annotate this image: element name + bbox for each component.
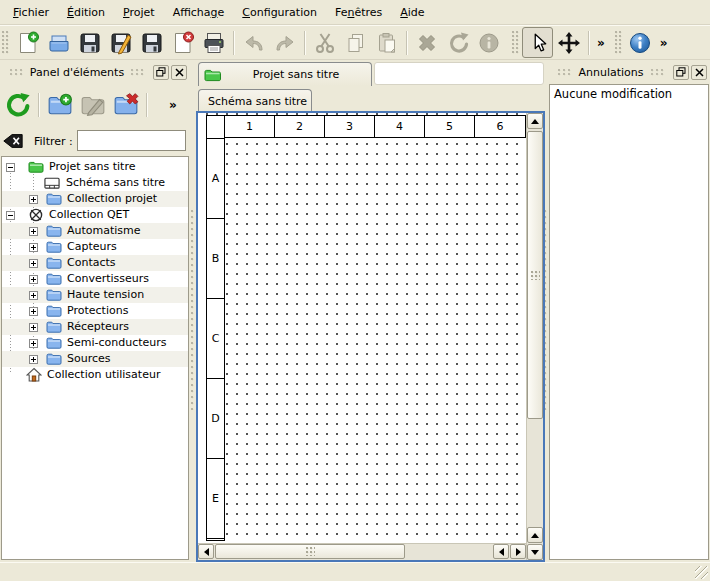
column-label: 3 [325, 116, 375, 137]
tree-item-label: Protections [67, 304, 128, 317]
expand-expander-icon[interactable] [29, 243, 38, 252]
element-info-icon [477, 31, 501, 55]
menu-fichier[interactable]: Fichier [4, 2, 58, 23]
expand-expander-icon[interactable] [29, 323, 38, 332]
horizontal-scroll-thumb[interactable] [215, 544, 405, 559]
tree-item-protections[interactable]: Protections [2, 303, 188, 319]
tree-item-capteurs[interactable]: Capteurs [2, 239, 188, 255]
scroll-up-button[interactable] [527, 113, 543, 129]
scroll-right-button[interactable] [510, 544, 526, 559]
toolbar-overflow-button[interactable]: » [593, 36, 609, 50]
column-label: 2 [275, 116, 325, 137]
pan-mode-button[interactable] [553, 27, 584, 58]
scroll-up-button[interactable] [527, 527, 543, 543]
open-button[interactable] [43, 27, 74, 58]
resize-grip[interactable] [695, 566, 708, 579]
save-all-button[interactable] [136, 27, 167, 58]
close-panel-button[interactable] [691, 65, 707, 80]
select-mode-button[interactable] [522, 27, 553, 58]
save-as-button[interactable] [105, 27, 136, 58]
expand-expander-icon[interactable] [29, 355, 38, 364]
clear-filter-button[interactable] [0, 132, 26, 150]
new-document-button[interactable] [12, 27, 43, 58]
collapse-expander-icon[interactable] [6, 211, 15, 220]
tree-item-contacts[interactable]: Contacts [2, 255, 188, 271]
column-header-row: 1 2 3 4 5 6 [224, 115, 526, 138]
expand-expander-icon[interactable] [29, 339, 38, 348]
down-arrow-icon [531, 550, 539, 555]
vertical-scroll-thumb[interactable] [527, 131, 543, 419]
tree-item-collection-projet[interactable]: Collection projet [2, 191, 188, 207]
row-label: E [207, 459, 224, 539]
tree-item-haute-tension[interactable]: Haute tension [2, 287, 188, 303]
left-arrow-icon [499, 548, 504, 556]
project-tab[interactable]: Projet sans titre [198, 62, 372, 86]
float-panel-button[interactable] [153, 65, 169, 80]
new-category-button[interactable] [43, 89, 76, 122]
schema-tab[interactable]: Schéma sans titre [198, 89, 312, 112]
horizontal-scrollbar[interactable] [198, 543, 526, 560]
schema-canvas[interactable]: A B C D E 1 2 3 4 5 6 [198, 113, 526, 543]
menu-configuration[interactable]: Configuration [233, 2, 326, 23]
expand-expander-icon[interactable] [29, 259, 38, 268]
menu-fenetres[interactable]: Fenêtres [326, 2, 391, 23]
close-document-button[interactable] [167, 27, 198, 58]
tree-item-projet-sans-titre[interactable]: Projet sans titre [2, 159, 188, 175]
select-cursor-icon [527, 32, 549, 54]
vertical-scrollbar[interactable] [526, 113, 543, 560]
folder-icon [46, 255, 62, 271]
close-panel-button[interactable] [171, 65, 187, 80]
column-label: 5 [425, 116, 475, 137]
row-label: D [207, 379, 224, 459]
toolbar-overflow-button[interactable]: » [656, 36, 672, 50]
tree-item-collection-qet[interactable]: Collection QET [2, 207, 188, 223]
elements-panel-header[interactable]: Panel d'éléments [0, 60, 190, 84]
undo-icon [242, 31, 266, 55]
tree-item-label: Collection utilisateur [47, 368, 160, 381]
dock-texture [651, 69, 664, 76]
qet-icon [28, 207, 44, 223]
collapse-expander-icon[interactable] [6, 163, 15, 172]
elements-toolbar-overflow-button[interactable]: » [165, 98, 181, 112]
toolbar-drag-handle[interactable] [615, 31, 622, 55]
tree-item-recepteurs[interactable]: Récepteurs [2, 319, 188, 335]
tree-item-convertisseurs[interactable]: Convertisseurs [2, 271, 188, 287]
tree-item-label: Convertisseurs [67, 272, 149, 285]
expand-expander-icon[interactable] [29, 275, 38, 284]
delete-category-button[interactable] [109, 89, 142, 122]
folder-edit-icon [80, 92, 106, 118]
up-arrow-icon [531, 533, 539, 538]
tree-item-collection-utilisateur[interactable]: Collection utilisateur [2, 367, 188, 383]
expand-expander-icon[interactable] [29, 291, 38, 300]
tree-item-label: Haute tension [67, 288, 144, 301]
print-button[interactable] [198, 27, 229, 58]
menu-affichage[interactable]: Affichage [164, 2, 234, 23]
close-icon [175, 68, 184, 77]
toolbar-drag-handle[interactable] [512, 31, 519, 55]
menu-projet[interactable]: Projet [114, 2, 164, 23]
expand-expander-icon[interactable] [29, 307, 38, 316]
save-all-icon [140, 31, 164, 55]
undo-panel-header[interactable]: Annulations [548, 60, 710, 84]
reload-collections-button[interactable] [1, 89, 34, 122]
undo-history-list[interactable]: Aucune modification [549, 84, 709, 560]
menu-aide[interactable]: Aide [391, 2, 433, 23]
expand-expander-icon[interactable] [29, 227, 38, 236]
dock-texture [10, 69, 23, 76]
project-icon [28, 159, 44, 175]
toolbar-drag-handle[interactable] [2, 31, 9, 55]
tree-item-schema-sans-titre[interactable]: Schéma sans titre [2, 175, 188, 191]
scroll-left-button[interactable] [493, 544, 509, 559]
save-button[interactable] [74, 27, 105, 58]
tree-item-sources[interactable]: Sources [2, 351, 188, 367]
scroll-left-button[interactable] [198, 544, 214, 559]
tree-item-semi-conducteurs[interactable]: Semi-conducteurs [2, 335, 188, 351]
expand-expander-icon[interactable] [29, 195, 38, 204]
undo-list-item[interactable]: Aucune modification [550, 85, 708, 103]
float-panel-button[interactable] [673, 65, 689, 80]
menu-edition[interactable]: Édition [58, 2, 114, 23]
tree-item-automatisme[interactable]: Automatisme [2, 223, 188, 239]
about-qet-button[interactable] [625, 27, 656, 58]
scroll-down-button[interactable] [527, 544, 543, 560]
filter-input[interactable] [77, 130, 186, 151]
